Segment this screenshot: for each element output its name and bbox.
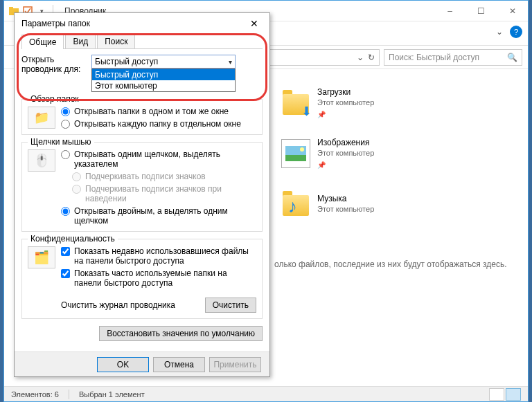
group-legend: Конфиденциальность [28,234,118,244]
clear-history-label: Очистить журнал проводника [61,300,205,310]
search-placeholder: Поиск: Быстрый доступ [389,53,479,62]
item-name: Загрузки [317,87,374,98]
music-folder-icon: ♪ [281,190,310,219]
maximize-button[interactable]: ☐ [466,1,497,21]
pictures-folder-icon [281,139,310,168]
chevron-down-icon: ▾ [229,58,232,66]
combo-option[interactable]: Быстрый доступ [92,69,235,80]
items-list: ⬇ Загрузки Этот компьютер 📌 Изображения … [281,86,374,238]
privacy-group: Конфиденциальность 🗂️ Показать недавно и… [21,239,263,319]
check-recent-files[interactable]: Показать недавно использовавшиеся файлы … [61,246,256,266]
radio-double-click[interactable]: Открывать двойным, а выделять одним щелч… [61,206,256,226]
view-toggles [489,388,521,401]
address-dropdown-icon[interactable]: ⌄ [357,53,364,62]
clear-button[interactable]: Очистить [205,298,256,313]
list-item[interactable]: ♪ Музыка Этот компьютер [281,188,374,221]
refresh-icon[interactable]: ↻ [368,53,375,62]
details-view-button[interactable] [489,388,504,401]
search-icon: 🔍 [507,53,517,62]
item-location: Этот компьютер [317,204,374,214]
minimize-button[interactable]: – [434,1,466,21]
pin-icon: 📌 [317,109,374,120]
radio-single-click[interactable]: Открывать одним щелчком, выделять указат… [61,149,256,169]
dialog-body: Общие Вид Поиск Открыть проводник для: Б… [15,34,269,352]
group-legend: Обзор папок [28,94,82,104]
radio-underline-always: Подчеркивать подписи значков [72,172,256,181]
window-controls: – ☐ ✕ [434,1,528,21]
status-bar: Элементов: 6 Выбран 1 элемент [4,386,528,401]
radio-underline-hover: Подчеркивать подписи значков при наведен… [72,184,256,203]
browse-icon: 📁 [28,107,55,129]
ribbon-expand-icon[interactable]: ⌄ [496,27,503,37]
dialog-close-button[interactable]: ✕ [246,15,263,32]
radio-same-window[interactable]: Открывать папки в одном и том же окне [61,107,241,116]
item-name: Музыка [317,194,374,204]
combo-dropdown: Быстрый доступ Этот компьютер [91,68,236,92]
folder-options-dialog: Параметры папок ✕ Общие Вид Поиск Открыт… [14,12,270,377]
list-item[interactable]: Изображения Этот компьютер 📌 [281,137,374,170]
dialog-title: Параметры папок [21,19,90,28]
tab-general[interactable]: Общие [21,35,64,49]
tiles-view-button[interactable] [506,388,521,401]
open-for-combobox[interactable]: Быстрый доступ ▾ [91,55,236,68]
privacy-icon: 🗂️ [28,246,55,268]
check-frequent-folders[interactable]: Показать часто используемые папки на пан… [61,268,256,288]
separator [69,390,69,399]
tab-view[interactable]: Вид [65,34,96,48]
close-button[interactable]: ✕ [497,1,528,21]
group-legend: Щелчки мышью [28,137,94,147]
help-icon[interactable]: ? [510,26,522,38]
item-count: Элементов: 6 [11,390,59,399]
dialog-titlebar: Параметры папок ✕ [15,13,269,34]
radio-new-window[interactable]: Открывать каждую папку в отдельном окне [61,119,241,129]
open-for-label: Открыть проводник для: [21,55,87,74]
pin-icon: 📌 [317,160,374,170]
svg-rect-1 [9,7,13,9]
combo-option[interactable]: Этот компьютер [92,80,235,91]
tabs: Общие Вид Поиск [21,34,263,49]
combo-value: Быстрый доступ [95,57,158,66]
click-icon: 🖱️ [28,149,55,172]
downloads-folder-icon: ⬇ [281,89,310,118]
search-input[interactable]: Поиск: Быстрый доступ 🔍 [384,49,522,66]
apply-button[interactable]: Применить [209,357,261,372]
list-item[interactable]: ⬇ Загрузки Этот компьютер 📌 [281,86,374,120]
click-items-group: Щелчки мышью 🖱️ Открывать одним щелчком,… [21,142,263,232]
selection-count: Выбран 1 элемент [79,390,145,399]
item-name: Изображения [317,138,374,148]
cancel-button[interactable]: Отмена [153,357,205,372]
ok-button[interactable]: OK [97,357,149,372]
restore-defaults-button[interactable]: Восстановить значения по умолчанию [99,326,263,341]
tab-search[interactable]: Поиск [97,34,135,48]
dialog-buttons: OK Отмена Применить [15,351,269,376]
hint-text: олько файлов, последние из них будут ото… [274,259,507,269]
item-location: Этот компьютер [317,98,374,108]
open-explorer-row: Открыть проводник для: Быстрый доступ ▾ … [21,55,263,74]
item-location: Этот компьютер [317,148,374,158]
browse-folders-group: Обзор папок 📁 Открывать папки в одном и … [21,99,263,135]
